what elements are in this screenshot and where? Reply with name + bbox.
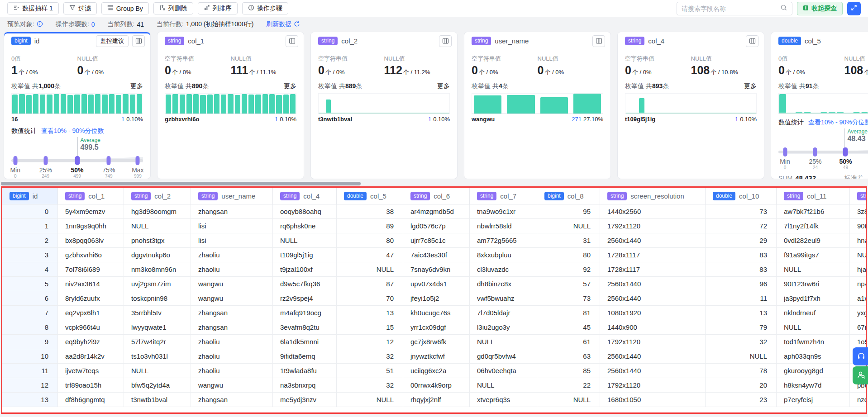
sample-icon bbox=[13, 5, 19, 12]
histogram-count-number: 1 bbox=[735, 116, 738, 123]
table-header-cut[interactable]: string bbox=[850, 188, 867, 204]
histogram-bar bbox=[33, 94, 38, 114]
slider-handle-75%[interactable] bbox=[107, 156, 111, 165]
table-cell: gd0qr5bvfw4 bbox=[470, 349, 537, 364]
histogram-bar bbox=[269, 94, 275, 114]
stat-number: 0 bbox=[778, 64, 785, 76]
histogram-bar bbox=[81, 94, 87, 114]
table-cell: 8 bbox=[2, 320, 58, 335]
histogram bbox=[778, 93, 868, 114]
stat-label: 空字符串值 bbox=[318, 55, 384, 63]
table-cell: 32 bbox=[337, 349, 403, 364]
table-cell: 9ifidta6emq bbox=[273, 349, 337, 364]
type-badge: bigint bbox=[10, 192, 29, 200]
column-sort-button[interactable]: 列排序 bbox=[198, 2, 238, 14]
data-sample-button[interactable]: 数据抽样 1 bbox=[7, 2, 59, 14]
table-header-col_1[interactable]: stringcol_1 bbox=[58, 188, 124, 204]
search-icon[interactable] bbox=[780, 4, 787, 13]
card-column-name: col_5 bbox=[805, 37, 868, 45]
support-headset-button[interactable] bbox=[853, 347, 868, 365]
table-row-9: 9eq9byh2i9z57l7w4itq2rzhaoliu6la1dk5mnni… bbox=[2, 335, 866, 349]
table-cell: 8xkxubpluu bbox=[470, 248, 537, 262]
table-cell: dggvtnukp6o bbox=[124, 248, 191, 262]
table-header-col_8[interactable]: bigintcol_8 bbox=[537, 188, 600, 204]
histogram-bar bbox=[276, 95, 281, 114]
more-link[interactable]: 更多 bbox=[744, 82, 757, 90]
table-row-2: 2bx8pqq063lvpnohst3tgxlisiNULL80ujrr7c85… bbox=[2, 233, 866, 248]
table-cell: 80 bbox=[537, 248, 600, 262]
horizontal-scrollbar-thumb[interactable] bbox=[1, 182, 361, 185]
info-icon[interactable] bbox=[37, 21, 43, 28]
type-badge: string bbox=[477, 192, 496, 200]
header-column-name: col_4 bbox=[303, 192, 320, 200]
histogram bbox=[625, 93, 757, 114]
column-delete-button[interactable]: 列删除 bbox=[153, 2, 193, 14]
header-column-name: col_2 bbox=[154, 192, 171, 200]
table-cell: 1728x1117 bbox=[600, 248, 706, 262]
percentile-link[interactable]: 查看10% - 90%分位数 bbox=[808, 118, 868, 127]
table-cell: xtvepr6q3s bbox=[470, 393, 537, 407]
table-header-id[interactable]: bigintid bbox=[2, 188, 58, 204]
table-header-user_name[interactable]: stringuser_name bbox=[191, 188, 273, 204]
slider-handle-Min[interactable] bbox=[783, 147, 787, 156]
column-view-icon[interactable] bbox=[132, 35, 145, 47]
table-header-col_7[interactable]: stringcol_7 bbox=[470, 188, 537, 204]
column-view-icon[interactable] bbox=[592, 35, 605, 47]
percentile-slider bbox=[11, 156, 143, 165]
table-cell: 23 bbox=[706, 393, 777, 407]
table-cell: wangwu bbox=[191, 277, 273, 291]
table-cell: nzouc bbox=[850, 393, 867, 407]
table-cell: 11 bbox=[2, 364, 58, 378]
table-header-screen_resolution[interactable]: stringscreen_resolution bbox=[600, 188, 706, 204]
table-header-col_5[interactable]: doublecol_5 bbox=[337, 188, 403, 204]
collapse-explore-button[interactable]: 收起探查 bbox=[797, 2, 843, 15]
more-link[interactable]: 更多 bbox=[284, 82, 296, 90]
table-header-col_11[interactable]: stringcol_11 bbox=[777, 188, 850, 204]
table-cell: jfeyi1o5j2 bbox=[403, 291, 470, 306]
histogram-labels: t3nwtb1bval10.10% bbox=[318, 116, 450, 123]
stat-value: 112个 / 11.2% bbox=[384, 64, 450, 77]
slider-handle-50%[interactable] bbox=[843, 147, 848, 156]
table-header-col_4[interactable]: stringcol_4 bbox=[273, 188, 337, 204]
stat-suffix: 个 / 10.8% bbox=[711, 69, 738, 76]
slider-handle-25%[interactable] bbox=[813, 147, 817, 156]
slider-handle-50%[interactable] bbox=[75, 156, 80, 165]
table-cell: hna4c bbox=[850, 233, 867, 248]
card-stats: 空字符串值0个 / 0%NULL值0个 / 0% bbox=[472, 55, 603, 77]
table-header-col_10[interactable]: doublecol_10 bbox=[706, 188, 777, 204]
histogram-bar bbox=[200, 95, 205, 114]
table-cell: 12 bbox=[2, 378, 58, 393]
stat-block: 空字符串值0个 / 0% bbox=[165, 55, 231, 77]
table-row-0: 05y4xm9emzvhg3d98oomgmzhangsanooqyb88oah… bbox=[2, 204, 866, 219]
table-cell: 45 bbox=[537, 320, 600, 335]
histogram-bar bbox=[95, 94, 100, 114]
table-cell: 7ol78i6l689 bbox=[58, 262, 124, 277]
field-search-input[interactable] bbox=[682, 5, 780, 12]
operation-steps-button[interactable]: 操作步骤 bbox=[242, 2, 288, 14]
table-header-col_6[interactable]: stringcol_6 bbox=[403, 188, 470, 204]
enum-count-text: 枚举值 共890条 bbox=[165, 82, 209, 90]
slider-handle-Max[interactable] bbox=[136, 156, 140, 165]
slider-handle-25%[interactable] bbox=[43, 156, 48, 165]
row-count: 当前行数: 1,000 (初始抽样1000行) bbox=[157, 20, 253, 28]
monitor-advice-button[interactable]: 监控建议 bbox=[96, 35, 129, 47]
table-cell: 95 bbox=[537, 204, 600, 219]
refresh-data-link[interactable]: 刷新数据 bbox=[266, 20, 300, 28]
field-search-box[interactable] bbox=[677, 2, 792, 15]
user-search-button[interactable] bbox=[853, 366, 868, 384]
expand-button[interactable] bbox=[847, 2, 861, 15]
more-link[interactable]: 更多 bbox=[130, 82, 143, 90]
group-by-button[interactable]: Group By bbox=[101, 2, 149, 14]
filter-label: 过滤 bbox=[78, 5, 91, 13]
column-view-icon[interactable] bbox=[439, 35, 452, 47]
table-header-col_2[interactable]: stringcol_2 bbox=[124, 188, 191, 204]
headset-icon bbox=[857, 351, 866, 362]
slider-handle-Min[interactable] bbox=[13, 156, 17, 165]
percentile-link[interactable]: 查看10% - 90%分位数 bbox=[41, 127, 104, 135]
more-link[interactable]: 更多 bbox=[437, 82, 450, 90]
filter-button[interactable]: 过滤 bbox=[63, 2, 97, 14]
table-cell: NULL bbox=[777, 262, 850, 277]
column-view-icon[interactable] bbox=[286, 35, 298, 47]
column-view-icon[interactable] bbox=[746, 35, 758, 47]
enum-count-row: 枚举值 共4条 bbox=[472, 82, 603, 90]
